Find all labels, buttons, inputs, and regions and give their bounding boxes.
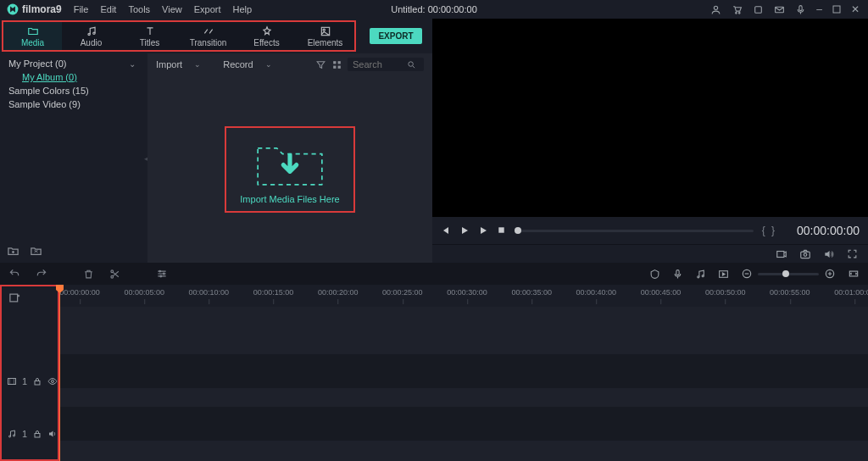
svg-rect-17 xyxy=(498,227,504,232)
timeline: 1 1 00:00:00:0000:00:05:0000:00:10:0000:… xyxy=(0,285,868,461)
stop-icon[interactable] xyxy=(497,225,506,236)
tab-effects[interactable]: Effects xyxy=(237,22,296,50)
undo-icon[interactable] xyxy=(8,268,20,280)
filter-icon[interactable] xyxy=(315,59,326,70)
fullscreen-icon[interactable] xyxy=(847,248,858,259)
svg-point-22 xyxy=(111,275,114,278)
menu-help[interactable]: Help xyxy=(233,4,253,14)
svg-rect-15 xyxy=(338,65,341,68)
marker-icon[interactable] xyxy=(649,269,660,280)
lock-icon[interactable] xyxy=(32,429,42,439)
svg-point-16 xyxy=(409,61,414,66)
menu-export[interactable]: Export xyxy=(194,4,221,14)
svg-point-20 xyxy=(804,253,807,256)
tab-titles[interactable]: Titles xyxy=(120,22,179,50)
eye-icon[interactable] xyxy=(47,376,58,386)
audio-track-num: 1 xyxy=(22,429,27,439)
svg-point-28 xyxy=(702,275,704,276)
delete-icon[interactable] xyxy=(83,269,94,280)
redo-icon[interactable] xyxy=(36,268,47,280)
minimize-icon[interactable]: – xyxy=(816,3,822,15)
zoom-in-icon[interactable] xyxy=(824,268,836,280)
lock-icon[interactable] xyxy=(32,376,42,386)
menu-tools[interactable]: Tools xyxy=(128,4,150,14)
sidebar-item-label: My Album (0) xyxy=(22,72,77,82)
tab-media-label: Media xyxy=(21,38,44,47)
mark-inout-icon[interactable]: { } xyxy=(762,225,776,236)
library-tabs: Media Audio Titles Transition xyxy=(2,20,356,52)
svg-rect-4 xyxy=(755,6,762,13)
svg-point-23 xyxy=(159,270,161,272)
preview-timecode: 00:00:00:00 xyxy=(785,224,860,237)
ruler-tick: 00:00:55:00 xyxy=(770,288,810,297)
video-viewport xyxy=(432,19,868,217)
export-button[interactable]: EXPORT xyxy=(370,28,421,44)
library-sidebar: My Project (0) ⌄ My Album (0) Sample Col… xyxy=(0,53,144,263)
menu-edit[interactable]: Edit xyxy=(100,4,116,14)
video-track-num: 1 xyxy=(22,376,27,386)
tab-transition[interactable]: Transition xyxy=(179,22,237,50)
grid-view-icon[interactable] xyxy=(331,59,342,70)
voiceover-icon[interactable] xyxy=(672,269,683,280)
timeline-toolbar xyxy=(0,263,868,285)
svg-rect-34 xyxy=(8,379,15,385)
ruler-tick: 00:00:15:00 xyxy=(253,288,294,297)
svg-point-24 xyxy=(163,273,164,275)
prev-frame-icon[interactable] xyxy=(441,225,451,236)
cart-icon[interactable] xyxy=(732,4,743,15)
volume-icon[interactable] xyxy=(823,248,835,260)
video-track-icon xyxy=(7,376,17,386)
next-frame-icon[interactable] xyxy=(478,225,488,236)
audio-mixer-icon[interactable] xyxy=(695,269,706,280)
mic-icon[interactable] xyxy=(795,4,806,15)
video-track-header[interactable]: 1 xyxy=(2,364,58,398)
manage-tracks-icon[interactable] xyxy=(8,292,21,304)
playhead[interactable] xyxy=(59,285,60,461)
tab-elements[interactable]: Elements xyxy=(296,22,354,50)
menu-file[interactable]: File xyxy=(74,4,89,14)
ruler-tick: 00:00:00:00 xyxy=(59,288,100,297)
sidebar-item-sample-video[interactable]: Sample Video (9) xyxy=(8,97,144,111)
svg-rect-19 xyxy=(801,252,810,258)
close-icon[interactable]: ✕ xyxy=(851,3,860,15)
message-icon[interactable] xyxy=(774,4,785,15)
zoom-out-icon[interactable] xyxy=(741,268,753,280)
zoom-slider[interactable] xyxy=(758,273,819,275)
svg-rect-7 xyxy=(833,6,840,13)
zoom-fit-icon[interactable] xyxy=(848,268,860,280)
edit-tools-icon[interactable] xyxy=(156,268,168,280)
timeline-ruler[interactable]: 00:00:00:0000:00:05:0000:00:10:0000:00:1… xyxy=(59,285,868,307)
snapshot-icon[interactable] xyxy=(799,248,811,260)
sidebar-item-sample-colors[interactable]: Sample Colors (15) xyxy=(8,84,144,97)
new-folder-icon[interactable] xyxy=(7,245,19,258)
import-drop-zone[interactable]: Import Media Files Here xyxy=(225,126,354,213)
search-input[interactable] xyxy=(348,58,424,71)
play-icon[interactable] xyxy=(459,225,470,236)
quality-icon[interactable] xyxy=(776,248,787,260)
svg-rect-26 xyxy=(676,269,679,275)
split-icon[interactable] xyxy=(109,269,120,280)
tab-audio[interactable]: Audio xyxy=(62,22,120,50)
record-dropdown[interactable]: Record⌄ xyxy=(223,59,271,69)
svg-rect-6 xyxy=(799,5,802,10)
maximize-icon[interactable] xyxy=(832,5,841,14)
sidebar-item-my-project[interactable]: My Project (0) ⌄ xyxy=(8,57,144,70)
account-icon[interactable] xyxy=(710,4,721,15)
sidebar-item-label: My Project (0) xyxy=(8,58,66,69)
app-logo: filmora9 xyxy=(0,3,69,15)
mute-icon[interactable] xyxy=(47,429,58,439)
import-label: Import xyxy=(156,59,182,69)
audio-track-header[interactable]: 1 xyxy=(2,417,58,451)
import-dropdown[interactable]: Import⌄ xyxy=(156,59,201,69)
preview-scrubber[interactable] xyxy=(515,230,754,232)
sidebar-item-my-album[interactable]: My Album (0) xyxy=(8,70,144,84)
audio-track-icon xyxy=(7,429,17,439)
svg-point-38 xyxy=(13,435,14,436)
delete-folder-icon[interactable] xyxy=(30,245,42,258)
notify-icon[interactable] xyxy=(753,4,764,15)
svg-point-37 xyxy=(8,436,10,437)
track-area[interactable] xyxy=(59,307,868,461)
tab-media[interactable]: Media xyxy=(3,22,62,50)
render-icon[interactable] xyxy=(718,269,729,280)
menu-view[interactable]: View xyxy=(162,4,182,14)
